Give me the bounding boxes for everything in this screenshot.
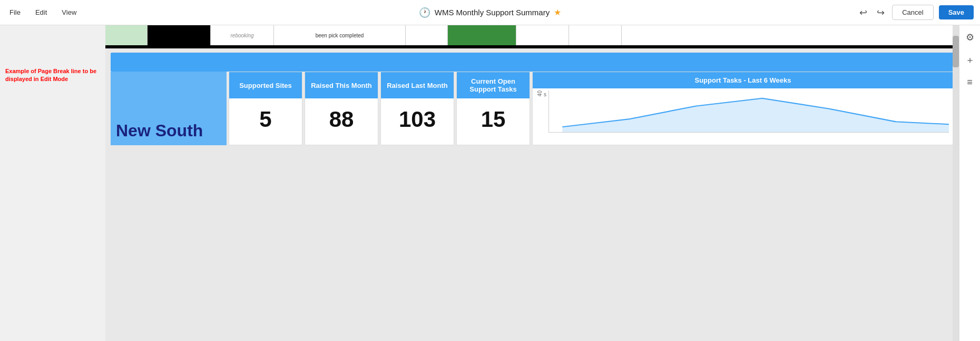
cell-green [105, 25, 148, 45]
main-content: Example of Page Break line to be display… [0, 25, 980, 341]
toolbar-title-area: 🕐 WMS Monthly Support Summary ★ [419, 7, 561, 18]
menu-edit[interactable]: Edit [32, 6, 50, 18]
supported-sites-value: 5 [259, 98, 271, 136]
add-icon[interactable]: ＋ [965, 54, 975, 66]
y-value: 40 [537, 91, 543, 96]
raised-last-month-value: 103 [399, 98, 436, 136]
supported-sites-card: Supported Sites 5 [229, 72, 302, 145]
blue-header-bar [111, 53, 954, 72]
chart-body: 40 s [533, 88, 953, 145]
redo-button[interactable]: ↪ [875, 5, 887, 21]
cell-dark-green [448, 25, 516, 45]
cell-empty1 [406, 25, 448, 45]
map-card: New South [111, 72, 227, 145]
page-break-note: Example of Page Break line to be display… [5, 67, 100, 84]
clock-icon: 🕐 [419, 7, 430, 18]
save-button[interactable]: Save [939, 5, 974, 19]
left-panel: Example of Page Break line to be display… [0, 25, 105, 341]
undo-button[interactable]: ↩ [857, 5, 869, 21]
chart-card: Support Tasks - Last 6 Weeks 40 s [532, 72, 954, 145]
current-open-card: Current Open Support Tasks 15 [456, 72, 530, 145]
raised-last-month-card: Raised Last Month 103 [380, 72, 454, 145]
cell-black [148, 25, 211, 45]
page-break-line [105, 46, 959, 48]
supported-sites-label: Supported Sites [229, 72, 302, 98]
cell-empty3 [569, 25, 622, 45]
raised-this-month-value: 88 [329, 98, 354, 136]
canvas-area: rebooking been pick completed New South … [105, 25, 959, 341]
chart-y-axis-s: s [544, 92, 546, 97]
svg-marker-0 [562, 98, 949, 132]
chart-title: Support Tasks - Last 6 Weeks [533, 72, 953, 88]
chart-y-axis-label: 40 [537, 91, 543, 98]
cell-empty2 [516, 25, 569, 45]
stat-cards-area: New South Supported Sites 5 Raised This … [111, 72, 954, 145]
current-open-label: Current Open Support Tasks [457, 72, 530, 98]
chart-area [548, 91, 949, 133]
star-icon[interactable]: ★ [554, 7, 561, 17]
toolbar-actions: ↩ ↪ Cancel Save [857, 5, 974, 21]
raised-this-month-card: Raised This Month 88 [305, 72, 378, 145]
cancel-button[interactable]: Cancel [892, 5, 933, 20]
toolbar-menu: File Edit View [6, 6, 80, 18]
settings-icon[interactable]: ⚙ [966, 32, 974, 43]
scrollbar-thumb[interactable] [953, 36, 959, 67]
current-open-value: 15 [481, 98, 506, 136]
cell-been-pick: been pick completed [274, 25, 406, 45]
raised-last-month-label: Raised Last Month [381, 72, 454, 98]
cell-line [622, 25, 959, 45]
map-card-text: New South [116, 122, 203, 140]
chart-svg [549, 91, 949, 132]
top-table-row: rebooking been pick completed [105, 25, 959, 46]
page-title: WMS Monthly Support Summary [435, 8, 550, 17]
filter-icon[interactable]: ≡ [967, 77, 973, 88]
toolbar: File Edit View 🕐 WMS Monthly Support Sum… [0, 0, 980, 25]
menu-view[interactable]: View [58, 6, 80, 18]
canvas-scrollbar[interactable] [953, 25, 959, 341]
cell-rebooking: rebooking [211, 25, 274, 45]
menu-file[interactable]: File [6, 6, 24, 18]
right-sidebar: ⚙ ＋ ≡ [959, 25, 980, 341]
raised-this-month-label: Raised This Month [305, 72, 378, 98]
